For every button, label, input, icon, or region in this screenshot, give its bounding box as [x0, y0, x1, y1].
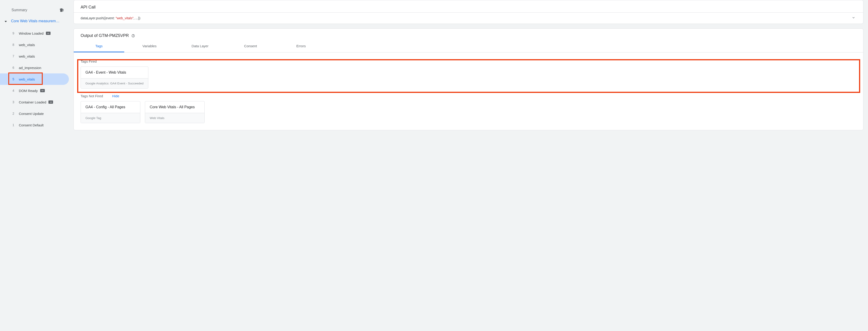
event-number: 3 [11, 100, 14, 104]
tag-status: Web Vitals [145, 113, 205, 123]
tag-name: Core Web Vitals - All Pages [145, 101, 205, 113]
event-item[interactable]: 2Consent Update [0, 108, 69, 119]
svg-rect-2 [63, 11, 64, 11]
output-title: Output of GTM-PMZ5VPR [81, 33, 129, 38]
event-label: ad_impression [19, 66, 64, 70]
tab-errors[interactable]: Errors [276, 40, 326, 52]
summary-title: Summary [11, 8, 27, 12]
event-item[interactable]: 3Container Loaded<> [0, 96, 69, 108]
event-label: Consent Default [19, 123, 64, 127]
event-label: Container Loaded<> [19, 100, 64, 104]
tags-fired-grid: GA4 - Event - Web VitalsGoogle Analytics… [81, 67, 856, 89]
event-item[interactable]: 8web_vitals [0, 39, 69, 51]
tag-card[interactable]: GA4 - Event - Web VitalsGoogle Analytics… [81, 67, 148, 89]
sidebar: Summary Core Web Vitals measurem… 9Windo… [0, 0, 69, 331]
tags-fired-head: Tags Fired [81, 59, 856, 63]
event-item[interactable]: 5web_vitals [0, 73, 69, 85]
tags-not-fired-title: Tags Not Fired [81, 94, 103, 98]
api-call-title: API Call [74, 0, 863, 12]
event-number: 9 [11, 31, 14, 35]
svg-rect-0 [63, 9, 64, 10]
api-code-prefix: dataLayer.push({event: [81, 16, 116, 20]
tag-name: GA4 - Event - Web Vitals [81, 67, 148, 78]
api-code-suffix: , ...}) [133, 16, 140, 20]
code-icon: <> [46, 32, 51, 35]
tabs: TagsVariablesData LayerConsentErrors [74, 40, 863, 53]
event-label: Consent Update [19, 112, 64, 115]
tab-data-layer[interactable]: Data Layer [175, 40, 225, 52]
output-card: Output of GTM-PMZ5VPR TagsVariablesData … [73, 28, 863, 130]
event-label: web_vitals [19, 43, 64, 47]
event-number: 7 [11, 54, 14, 58]
event-label: web_vitals [19, 77, 64, 81]
event-item[interactable]: 1Consent Default [0, 119, 69, 131]
tag-name: GA4 - Config - All Pages [81, 101, 140, 113]
summary-row[interactable]: Summary [0, 5, 69, 15]
event-item[interactable]: 7web_vitals [0, 51, 69, 62]
event-item[interactable]: 4DOM Ready<> [0, 85, 69, 96]
event-label: Window Loaded<> [19, 31, 64, 35]
event-item[interactable]: 9Window Loaded<> [0, 28, 69, 39]
event-number: 4 [11, 89, 14, 93]
tab-tags[interactable]: Tags [74, 40, 124, 52]
code-icon: <> [40, 89, 45, 92]
api-code: dataLayer.push({event: "web_vitals", ...… [81, 16, 140, 20]
event-number: 6 [11, 66, 14, 69]
output-header: Output of GTM-PMZ5VPR [81, 33, 856, 38]
caret-down-icon [5, 20, 7, 23]
tag-card[interactable]: GA4 - Config - All PagesGoogle Tag [81, 101, 140, 123]
tags-not-fired-grid: GA4 - Config - All PagesGoogle TagCore W… [81, 101, 856, 123]
tag-status: Google Analytics: GA4 Event - Succeeded [81, 78, 148, 88]
tab-variables[interactable]: Variables [124, 40, 175, 52]
svg-rect-1 [63, 10, 64, 10]
chevron-down-icon [852, 16, 856, 21]
tags-not-fired-head: Tags Not Fired Hide [81, 94, 856, 98]
event-number: 2 [11, 112, 14, 115]
session-name: Core Web Vitals measurem… [11, 19, 64, 23]
tag-status: Google Tag [81, 113, 140, 123]
tags-fired-title: Tags Fired [81, 59, 97, 63]
tags-fired-section: Tags Fired GA4 - Event - Web VitalsGoogl… [81, 59, 856, 89]
code-icon: <> [49, 100, 53, 104]
tab-consent[interactable]: Consent [225, 40, 276, 52]
event-number: 1 [11, 123, 14, 127]
main: API Call dataLayer.push({event: "web_vit… [69, 0, 868, 331]
tag-card[interactable]: Core Web Vitals - All PagesWeb Vitals [145, 101, 205, 123]
event-label: DOM Ready<> [19, 89, 64, 93]
api-code-row[interactable]: dataLayer.push({event: "web_vitals", ...… [74, 12, 863, 24]
event-list: 9Window Loaded<>8web_vitals7web_vitals6a… [0, 27, 69, 132]
help-icon[interactable] [131, 34, 135, 38]
delete-icon[interactable] [59, 7, 64, 13]
event-item[interactable]: 6ad_impression [0, 62, 69, 73]
session-row[interactable]: Core Web Vitals measurem… [0, 15, 69, 27]
event-number: 8 [11, 43, 14, 46]
api-code-string: "web_vitals" [116, 16, 133, 20]
event-label: web_vitals [19, 54, 64, 58]
hide-link[interactable]: Hide [112, 94, 119, 98]
api-call-card: API Call dataLayer.push({event: "web_vit… [73, 0, 863, 24]
event-number: 5 [11, 77, 14, 81]
